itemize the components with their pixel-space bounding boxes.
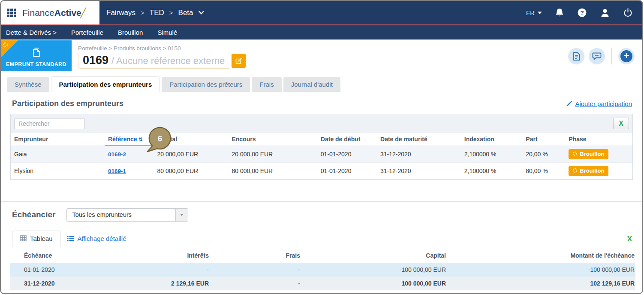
document-copy-icon	[30, 46, 42, 58]
col-phase[interactable]: Phase	[565, 133, 632, 146]
logo-area[interactable]: FinanceActive	[1, 1, 99, 24]
nav-dette-derives[interactable]: Dette & Dérivés >	[6, 29, 57, 36]
header-actions: +	[568, 48, 635, 64]
logo-active: Active	[54, 8, 81, 18]
tab-synthese[interactable]: Synthèse	[7, 77, 49, 92]
col-frais: Frais	[210, 249, 301, 263]
echeancier-table: Échéance Intérêts Frais Capital Montant …	[10, 249, 635, 290]
echeancier-title: Échéancier	[12, 210, 55, 219]
cell-capital: -100 000,00 EUR	[301, 263, 447, 277]
draft-spinner-icon	[573, 168, 577, 173]
product-type-badge: EMPRUNT STANDARD	[1, 40, 72, 71]
caret-down-icon	[538, 12, 542, 14]
list-icon	[67, 236, 74, 241]
module-nav: Dette & Dérivés > Portefeuille Brouillon…	[1, 25, 642, 40]
table-toolbar: X	[11, 114, 632, 133]
comments-button[interactable]	[589, 48, 605, 64]
tab-frais[interactable]: Frais	[252, 77, 281, 92]
cell-date-debut: 01-01-2020	[317, 162, 377, 179]
col-capital[interactable]: Capital	[153, 133, 228, 146]
draft-spinner-icon	[573, 152, 577, 156]
power-icon[interactable]	[623, 8, 633, 18]
col-indexation[interactable]: Indexation	[461, 133, 523, 146]
cell-encours: 80 000,00 EUR	[228, 162, 317, 179]
tab-affichage-detaille[interactable]: Affichage détaillé	[60, 231, 133, 247]
logo-finance: Finance	[22, 8, 54, 18]
cell-montant: -100 000,00 EUR	[447, 263, 635, 277]
col-date-maturite[interactable]: Date de maturité	[377, 133, 461, 146]
excel-export-icon[interactable]: X	[627, 235, 632, 247]
breadcrumb-separator: >	[141, 9, 144, 16]
cell-part: 80,00 %	[522, 162, 565, 179]
tab-participation-emprunteurs[interactable]: Participation des emprunteurs	[51, 76, 160, 92]
phase-badge[interactable]: Brouillon	[569, 166, 608, 176]
edit-reference-button[interactable]	[232, 54, 246, 68]
edit-pencil-icon	[235, 57, 243, 65]
chevron-down-icon[interactable]	[199, 11, 204, 15]
echeancier-view-tabs: Tableau Affichage détaillé X	[12, 231, 632, 247]
col-capital: Capital	[301, 249, 447, 263]
col-echeance: Échéance	[23, 249, 105, 263]
product-breadcrumb[interactable]: Portefeuille > Produits brouillons > 015…	[78, 45, 642, 52]
help-icon[interactable]: ?	[577, 8, 587, 18]
reference-link[interactable]: 0169-1	[108, 168, 126, 174]
table-grid-icon	[20, 235, 27, 241]
reference-link[interactable]: 0169-2	[108, 151, 126, 158]
search-input[interactable]	[14, 118, 85, 129]
language-label: FR	[526, 9, 535, 16]
dropdown-caret-button[interactable]	[175, 209, 188, 221]
bell-icon[interactable]	[555, 8, 564, 18]
breadcrumb-fairways[interactable]: Fairways	[106, 9, 135, 17]
add-participation-link[interactable]: Ajouter participation	[566, 100, 632, 107]
add-button[interactable]: +	[618, 48, 635, 64]
col-emprunteur[interactable]: Emprunteur	[11, 133, 105, 146]
cell-emprunteur: Gaia	[11, 146, 105, 162]
cell-echeance: 01-01-2020	[23, 263, 105, 277]
cell-frais: -	[210, 263, 301, 277]
cell-interets: 2 129,16 EUR	[105, 277, 210, 290]
table-row: Gaia 0169-2 20 000,00 EUR 20 000,00 EUR …	[11, 146, 632, 162]
tab-tableau[interactable]: Tableau	[12, 231, 60, 247]
cell-capital: 100 000,00 EUR	[301, 277, 447, 290]
cell-echeance: 31-12-2020	[23, 277, 105, 290]
context-breadcrumb: Fairways > TED > Beta	[99, 1, 204, 24]
section-title: Participation des emprunteurs	[12, 99, 123, 108]
notes-button[interactable]	[568, 48, 584, 64]
cell-date-maturite: 31-12-2020	[377, 162, 461, 179]
document-icon	[572, 52, 581, 61]
language-selector[interactable]: FR	[526, 9, 542, 16]
cell-date-debut: 01-01-2020	[317, 146, 377, 162]
cell-montant: 102 129,16 EUR	[447, 277, 635, 290]
col-part[interactable]: Part	[522, 133, 565, 146]
app-window: FinanceActive Fairways > TED > Beta FR ?…	[0, 0, 643, 294]
breadcrumb-separator: >	[169, 9, 173, 16]
participation-section: Participation des emprunteurs Ajouter pa…	[1, 92, 642, 180]
col-reference-sorted[interactable]: Référence⇅	[105, 133, 154, 146]
actions-divider	[611, 48, 612, 64]
col-date-debut[interactable]: Date de début	[317, 133, 377, 146]
user-icon[interactable]	[600, 8, 610, 18]
col-interets: Intérêts	[105, 249, 210, 263]
nav-portefeuille[interactable]: Portefeuille	[71, 29, 103, 36]
excel-export-button[interactable]: X	[613, 118, 629, 129]
tab-participation-preteurs[interactable]: Participation des prêteurs	[162, 77, 250, 92]
table-header-row: Échéance Intérêts Frais Capital Montant …	[10, 249, 635, 263]
cell-part: 20,00 %	[522, 146, 565, 162]
breadcrumb-ted[interactable]: TED	[150, 9, 164, 17]
top-right-actions: FR ?	[526, 1, 642, 24]
tab-journal-audit[interactable]: Journal d'audit	[283, 77, 340, 92]
product-title-box: 0169 / Aucune référence externe	[78, 53, 230, 69]
phase-badge[interactable]: Brouillon	[569, 149, 608, 159]
nav-simule[interactable]: Simulé	[157, 29, 177, 36]
table-row: 01-01-2020 - - -100 000,00 EUR -100 000,…	[10, 263, 635, 277]
product-code: 0169	[83, 54, 108, 67]
chat-bubble-icon	[592, 52, 602, 61]
cell-indexation: 2,100000 %	[461, 162, 523, 179]
col-encours[interactable]: Encours	[228, 133, 317, 146]
finance-active-logo: FinanceActive	[22, 7, 84, 19]
breadcrumb-beta[interactable]: Beta	[178, 9, 193, 17]
borrower-filter-dropdown[interactable]: Tous les emprunteurs	[66, 208, 188, 222]
app-grid-icon[interactable]	[7, 9, 16, 17]
external-reference-placeholder: / Aucune référence externe	[111, 55, 225, 67]
nav-brouillon[interactable]: Brouillon	[118, 29, 143, 36]
